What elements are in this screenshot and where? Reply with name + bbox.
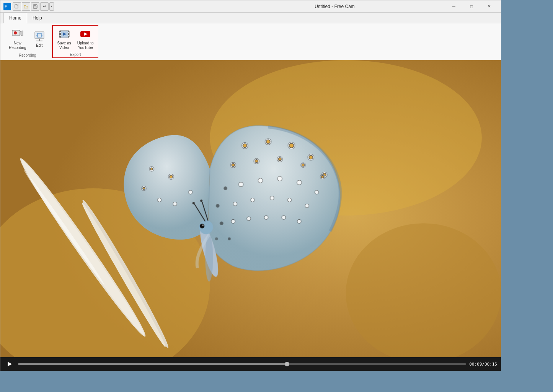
svg-point-30 — [346, 223, 501, 363]
svg-rect-19 — [59, 36, 61, 38]
svg-point-55 — [321, 175, 324, 178]
svg-point-80 — [224, 187, 227, 190]
svg-point-91 — [200, 199, 202, 202]
play-icon — [7, 361, 13, 367]
svg-point-41 — [289, 143, 294, 148]
export-group-items: Save asVideo Upload toYouTube — [55, 26, 96, 52]
export-group-label: Export — [70, 52, 81, 57]
svg-rect-10 — [35, 32, 44, 39]
open-icon — [23, 4, 29, 9]
app-window: F — [0, 0, 501, 371]
video-container: 00:09/00:15 — [0, 60, 501, 371]
video-controls: 00:09/00:15 — [0, 357, 501, 371]
upload-youtube-label: Upload toYouTube — [77, 41, 94, 50]
title-bar: F — [0, 0, 501, 13]
svg-marker-95 — [8, 362, 12, 366]
svg-rect-21 — [68, 33, 69, 35]
export-group: Save asVideo Upload toYouTube Export — [52, 25, 98, 58]
ribbon: Home Help NewR — [0, 13, 501, 60]
edit-button[interactable]: Edit — [30, 29, 49, 49]
svg-point-64 — [287, 198, 291, 202]
title-text: Untitled - Free Cam — [224, 4, 445, 9]
recording-group-label: Recording — [19, 53, 36, 57]
svg-point-79 — [189, 190, 192, 194]
upload-youtube-button[interactable]: Upload toYouTube — [75, 26, 96, 52]
svg-point-9 — [14, 31, 17, 34]
svg-rect-22 — [68, 36, 69, 38]
new-icon — [14, 4, 20, 9]
new-recording-button[interactable]: NewRecording — [7, 26, 29, 52]
progress-indicator — [285, 362, 289, 366]
svg-rect-5 — [34, 5, 36, 6]
youtube-icon — [79, 28, 91, 40]
save-as-video-label: Save asVideo — [57, 41, 71, 50]
time-display: 00:09/00:15 — [469, 362, 497, 367]
svg-rect-6 — [34, 7, 37, 8]
maximize-button[interactable]: □ — [463, 0, 480, 13]
play-button[interactable] — [4, 359, 15, 369]
svg-point-83 — [228, 238, 230, 240]
svg-point-61 — [233, 202, 237, 206]
ribbon-content: NewRecording — [0, 23, 501, 60]
svg-rect-17 — [59, 31, 61, 32]
svg-point-56 — [239, 182, 243, 187]
close-button[interactable]: ✕ — [480, 0, 498, 13]
tab-help[interactable]: Help — [27, 13, 47, 23]
save-icon — [33, 4, 38, 9]
svg-point-89 — [192, 202, 195, 204]
save-as-video-button[interactable]: Save asVideo — [55, 26, 73, 52]
svg-rect-3 — [17, 4, 18, 5]
svg-rect-20 — [68, 31, 69, 32]
svg-point-70 — [297, 219, 301, 223]
recording-group: NewRecording — [3, 25, 52, 58]
svg-marker-8 — [20, 31, 23, 36]
svg-point-67 — [247, 217, 251, 220]
svg-point-94 — [202, 224, 204, 226]
svg-point-63 — [270, 196, 274, 200]
recording-group-items: NewRecording — [7, 26, 49, 52]
svg-point-82 — [220, 222, 223, 225]
svg-point-37 — [243, 144, 247, 147]
svg-point-93 — [200, 224, 204, 228]
dropdown-button[interactable]: ▾ — [49, 2, 54, 11]
svg-point-69 — [282, 216, 285, 219]
ribbon-tabs: Home Help — [0, 13, 501, 23]
svg-point-60 — [315, 190, 318, 194]
undo-button[interactable]: ↩ — [40, 2, 49, 11]
quick-access-toolbar: ↩ ▾ — [13, 2, 54, 11]
svg-text:F: F — [5, 5, 7, 9]
new-recording-label: NewRecording — [9, 41, 26, 50]
open-button[interactable] — [22, 2, 30, 11]
svg-point-81 — [216, 204, 219, 207]
svg-point-59 — [297, 180, 302, 185]
svg-point-58 — [277, 176, 282, 181]
svg-point-68 — [264, 216, 268, 219]
save-button[interactable] — [31, 2, 39, 11]
main-content: 00:09/00:15 — [0, 60, 501, 371]
film-icon — [58, 28, 70, 40]
svg-point-39 — [266, 140, 270, 144]
svg-point-78 — [173, 202, 177, 206]
minimize-button[interactable]: ─ — [445, 0, 463, 13]
svg-point-43 — [309, 155, 313, 159]
tab-home[interactable]: Home — [3, 13, 27, 23]
new-button[interactable] — [13, 2, 21, 11]
svg-rect-18 — [59, 33, 61, 35]
app-icon: F — [3, 3, 11, 10]
svg-point-62 — [251, 198, 254, 202]
svg-point-72 — [170, 175, 173, 178]
svg-point-53 — [302, 163, 304, 166]
record-icon — [11, 28, 24, 40]
svg-point-76 — [143, 187, 145, 189]
svg-point-65 — [305, 204, 309, 208]
svg-point-51 — [278, 158, 281, 161]
svg-point-49 — [255, 160, 258, 163]
progress-fill — [18, 363, 287, 365]
svg-point-74 — [150, 168, 153, 170]
svg-point-92 — [205, 235, 213, 282]
svg-point-84 — [215, 238, 218, 240]
edit-label: Edit — [36, 43, 42, 48]
progress-bar[interactable] — [18, 363, 466, 365]
video-frame — [0, 60, 501, 371]
title-bar-left: F — [3, 2, 224, 11]
